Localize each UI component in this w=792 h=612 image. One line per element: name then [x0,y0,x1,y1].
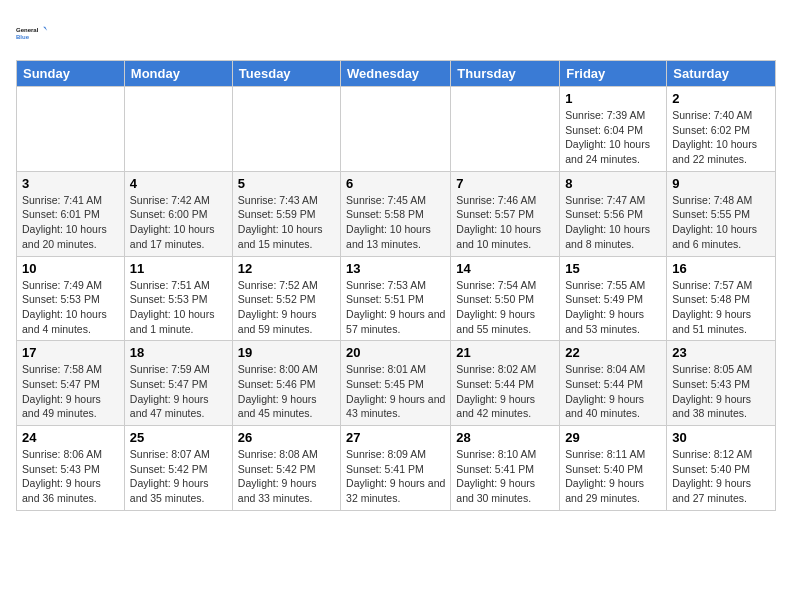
calendar-header-sunday: Sunday [17,61,125,87]
calendar-table: SundayMondayTuesdayWednesdayThursdayFrid… [16,60,776,511]
calendar-header-friday: Friday [560,61,667,87]
day-info: Sunrise: 8:09 AM Sunset: 5:41 PM Dayligh… [346,447,445,506]
day-info: Sunrise: 8:05 AM Sunset: 5:43 PM Dayligh… [672,362,770,421]
calendar-cell: 27Sunrise: 8:09 AM Sunset: 5:41 PM Dayli… [341,426,451,511]
day-info: Sunrise: 7:58 AM Sunset: 5:47 PM Dayligh… [22,362,119,421]
calendar-cell: 9Sunrise: 7:48 AM Sunset: 5:55 PM Daylig… [667,171,776,256]
calendar-week-row: 1Sunrise: 7:39 AM Sunset: 6:04 PM Daylig… [17,87,776,172]
calendar-cell: 22Sunrise: 8:04 AM Sunset: 5:44 PM Dayli… [560,341,667,426]
calendar-cell: 20Sunrise: 8:01 AM Sunset: 5:45 PM Dayli… [341,341,451,426]
calendar-cell: 3Sunrise: 7:41 AM Sunset: 6:01 PM Daylig… [17,171,125,256]
calendar-cell: 7Sunrise: 7:46 AM Sunset: 5:57 PM Daylig… [451,171,560,256]
day-info: Sunrise: 8:11 AM Sunset: 5:40 PM Dayligh… [565,447,661,506]
day-number: 2 [672,91,770,106]
day-number: 21 [456,345,554,360]
calendar-cell: 28Sunrise: 8:10 AM Sunset: 5:41 PM Dayli… [451,426,560,511]
day-number: 20 [346,345,445,360]
day-info: Sunrise: 8:02 AM Sunset: 5:44 PM Dayligh… [456,362,554,421]
day-info: Sunrise: 7:42 AM Sunset: 6:00 PM Dayligh… [130,193,227,252]
calendar-week-row: 24Sunrise: 8:06 AM Sunset: 5:43 PM Dayli… [17,426,776,511]
calendar-cell: 19Sunrise: 8:00 AM Sunset: 5:46 PM Dayli… [232,341,340,426]
day-number: 5 [238,176,335,191]
day-number: 25 [130,430,227,445]
day-number: 13 [346,261,445,276]
calendar-cell: 12Sunrise: 7:52 AM Sunset: 5:52 PM Dayli… [232,256,340,341]
svg-marker-2 [43,27,47,31]
calendar-cell: 4Sunrise: 7:42 AM Sunset: 6:00 PM Daylig… [124,171,232,256]
calendar-cell [124,87,232,172]
day-info: Sunrise: 7:53 AM Sunset: 5:51 PM Dayligh… [346,278,445,337]
day-info: Sunrise: 7:39 AM Sunset: 6:04 PM Dayligh… [565,108,661,167]
svg-text:Blue: Blue [16,34,30,40]
calendar-cell: 1Sunrise: 7:39 AM Sunset: 6:04 PM Daylig… [560,87,667,172]
day-info: Sunrise: 7:57 AM Sunset: 5:48 PM Dayligh… [672,278,770,337]
day-info: Sunrise: 7:45 AM Sunset: 5:58 PM Dayligh… [346,193,445,252]
page-header: General Blue [16,16,776,52]
calendar-header-thursday: Thursday [451,61,560,87]
calendar-cell: 8Sunrise: 7:47 AM Sunset: 5:56 PM Daylig… [560,171,667,256]
day-number: 30 [672,430,770,445]
day-number: 26 [238,430,335,445]
calendar-cell: 2Sunrise: 7:40 AM Sunset: 6:02 PM Daylig… [667,87,776,172]
day-info: Sunrise: 7:54 AM Sunset: 5:50 PM Dayligh… [456,278,554,337]
day-number: 1 [565,91,661,106]
calendar-cell [232,87,340,172]
calendar-cell: 26Sunrise: 8:08 AM Sunset: 5:42 PM Dayli… [232,426,340,511]
calendar-cell: 16Sunrise: 7:57 AM Sunset: 5:48 PM Dayli… [667,256,776,341]
day-number: 7 [456,176,554,191]
calendar-week-row: 3Sunrise: 7:41 AM Sunset: 6:01 PM Daylig… [17,171,776,256]
calendar-cell: 18Sunrise: 7:59 AM Sunset: 5:47 PM Dayli… [124,341,232,426]
calendar-cell: 23Sunrise: 8:05 AM Sunset: 5:43 PM Dayli… [667,341,776,426]
day-number: 14 [456,261,554,276]
day-info: Sunrise: 8:04 AM Sunset: 5:44 PM Dayligh… [565,362,661,421]
calendar-header-row: SundayMondayTuesdayWednesdayThursdayFrid… [17,61,776,87]
day-info: Sunrise: 7:43 AM Sunset: 5:59 PM Dayligh… [238,193,335,252]
calendar-header-monday: Monday [124,61,232,87]
day-number: 3 [22,176,119,191]
day-number: 15 [565,261,661,276]
calendar-cell: 29Sunrise: 8:11 AM Sunset: 5:40 PM Dayli… [560,426,667,511]
day-number: 28 [456,430,554,445]
day-info: Sunrise: 7:51 AM Sunset: 5:53 PM Dayligh… [130,278,227,337]
day-info: Sunrise: 8:10 AM Sunset: 5:41 PM Dayligh… [456,447,554,506]
calendar-cell: 5Sunrise: 7:43 AM Sunset: 5:59 PM Daylig… [232,171,340,256]
day-info: Sunrise: 8:12 AM Sunset: 5:40 PM Dayligh… [672,447,770,506]
day-info: Sunrise: 7:59 AM Sunset: 5:47 PM Dayligh… [130,362,227,421]
calendar-cell: 11Sunrise: 7:51 AM Sunset: 5:53 PM Dayli… [124,256,232,341]
day-info: Sunrise: 8:06 AM Sunset: 5:43 PM Dayligh… [22,447,119,506]
day-info: Sunrise: 7:55 AM Sunset: 5:49 PM Dayligh… [565,278,661,337]
day-number: 16 [672,261,770,276]
calendar-cell [451,87,560,172]
day-info: Sunrise: 7:52 AM Sunset: 5:52 PM Dayligh… [238,278,335,337]
calendar-cell [341,87,451,172]
day-number: 12 [238,261,335,276]
calendar-cell: 17Sunrise: 7:58 AM Sunset: 5:47 PM Dayli… [17,341,125,426]
day-number: 18 [130,345,227,360]
day-number: 17 [22,345,119,360]
day-info: Sunrise: 7:49 AM Sunset: 5:53 PM Dayligh… [22,278,119,337]
day-number: 6 [346,176,445,191]
day-info: Sunrise: 7:48 AM Sunset: 5:55 PM Dayligh… [672,193,770,252]
day-info: Sunrise: 7:41 AM Sunset: 6:01 PM Dayligh… [22,193,119,252]
day-info: Sunrise: 8:01 AM Sunset: 5:45 PM Dayligh… [346,362,445,421]
calendar-cell: 15Sunrise: 7:55 AM Sunset: 5:49 PM Dayli… [560,256,667,341]
logo-svg: General Blue [16,16,48,52]
calendar-header-tuesday: Tuesday [232,61,340,87]
day-number: 8 [565,176,661,191]
day-number: 24 [22,430,119,445]
day-number: 27 [346,430,445,445]
calendar-cell: 24Sunrise: 8:06 AM Sunset: 5:43 PM Dayli… [17,426,125,511]
day-number: 23 [672,345,770,360]
calendar-week-row: 10Sunrise: 7:49 AM Sunset: 5:53 PM Dayli… [17,256,776,341]
calendar-cell [17,87,125,172]
day-info: Sunrise: 8:00 AM Sunset: 5:46 PM Dayligh… [238,362,335,421]
day-info: Sunrise: 7:40 AM Sunset: 6:02 PM Dayligh… [672,108,770,167]
calendar-cell: 30Sunrise: 8:12 AM Sunset: 5:40 PM Dayli… [667,426,776,511]
day-number: 22 [565,345,661,360]
svg-text:General: General [16,27,39,33]
day-number: 9 [672,176,770,191]
calendar-cell: 13Sunrise: 7:53 AM Sunset: 5:51 PM Dayli… [341,256,451,341]
calendar-header-wednesday: Wednesday [341,61,451,87]
calendar-cell: 21Sunrise: 8:02 AM Sunset: 5:44 PM Dayli… [451,341,560,426]
day-info: Sunrise: 8:07 AM Sunset: 5:42 PM Dayligh… [130,447,227,506]
